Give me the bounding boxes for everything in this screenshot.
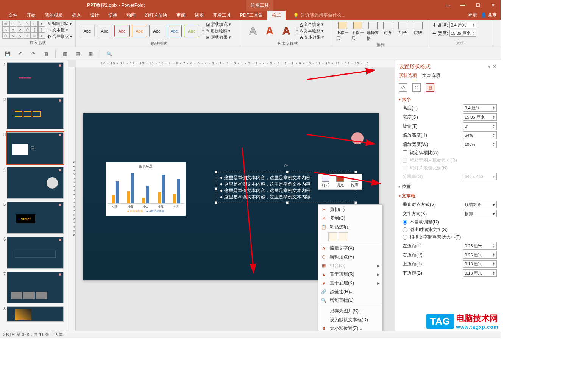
tab-view[interactable]: 视图 bbox=[190, 11, 208, 20]
ctx-cut[interactable]: ✂剪切(T) bbox=[318, 205, 382, 214]
pane-margin-right[interactable]: 0.25 厘米▲▼ bbox=[463, 251, 497, 259]
redo-icon[interactable]: ↷ bbox=[30, 50, 37, 58]
chart-object[interactable]: 图表标题 小张小赵小王小赵小孙 11月销售额当前总销售额 bbox=[106, 162, 186, 216]
pane-textdir-select[interactable]: 横排▾ bbox=[463, 210, 497, 217]
qat-btn-6[interactable]: ▤ bbox=[74, 50, 81, 58]
shape-outline-button[interactable]: ✎ 形状轮廓 ▾ bbox=[206, 28, 231, 34]
pane-valign-select[interactable]: 顶端对齐▾ bbox=[463, 201, 497, 208]
pane-scale-h-input[interactable]: 64%▲▼ bbox=[463, 131, 497, 139]
ctx-set-default[interactable]: 设为默认文本框(D) bbox=[318, 315, 382, 324]
pane-section-position[interactable]: 位置 bbox=[399, 183, 497, 190]
shape-gallery[interactable]: ▭▢＼＼◻▾ △◇↗⬠{} ⬡∿↘☆⬭▾ bbox=[2, 21, 45, 39]
tab-transitions[interactable]: 切换 bbox=[104, 11, 122, 20]
slide-editor[interactable]: 16 · 15 · 14 · 13 · 12 · 11 · 10 · 9 · 8… bbox=[68, 60, 395, 331]
group-button[interactable]: 组合 bbox=[396, 22, 409, 36]
ctx-edit-points[interactable]: ⬡编辑顶点(E) bbox=[318, 253, 382, 261]
tab-insert[interactable]: 插入 bbox=[67, 11, 86, 20]
ctx-bring-front[interactable]: ▲置于顶层(R)▶ bbox=[318, 270, 382, 279]
pane-section-textbox[interactable]: 文本框 bbox=[399, 193, 497, 199]
tab-animations[interactable]: 动画 bbox=[122, 11, 140, 20]
format-shape-pane[interactable]: 设置形状格式▾ ✕ 形状选项 文本选项 ◇ ⬠ ▦ 大小 高度(E)3.4 厘米… bbox=[395, 60, 501, 331]
pane-width-input[interactable]: 15.05 厘米▲▼ bbox=[463, 113, 497, 121]
text-effects-button[interactable]: A 文本效果 ▾ bbox=[300, 34, 324, 40]
maximize-icon[interactable]: ☐ bbox=[470, 0, 485, 11]
rotation-handle-icon[interactable]: ⟳ bbox=[284, 163, 288, 169]
ctx-send-back[interactable]: ▼置于底层(K)▶ bbox=[318, 279, 382, 287]
ctx-copy[interactable]: ⎘复制(C) bbox=[318, 214, 382, 223]
tab-design[interactable]: 设计 bbox=[86, 11, 104, 20]
contextual-tab-drawing-tools[interactable]: 绘图工具 bbox=[246, 0, 273, 11]
height-input[interactable]: 3.4 厘米▲▼ bbox=[449, 22, 476, 28]
pane-autofit-resize[interactable]: 根据文字调整形状大小(F) bbox=[399, 234, 497, 241]
pane-margin-left[interactable]: 0.25 厘米▲▼ bbox=[463, 242, 497, 250]
pane-autofit-none[interactable]: 不自动调整(D) bbox=[399, 219, 497, 225]
ctx-hyperlink[interactable]: 🔗超链接(H)... bbox=[318, 287, 382, 296]
slide-thumb-5[interactable]: ε=mc² bbox=[7, 202, 64, 234]
tab-file[interactable]: 文件 bbox=[4, 11, 22, 20]
mini-style-button[interactable]: 样式 bbox=[320, 176, 331, 188]
tab-format[interactable]: 格式 bbox=[267, 11, 286, 20]
shape-fill-button[interactable]: ◪ 形状填充 ▾ bbox=[206, 22, 231, 27]
wordart-gallery[interactable]: A A A ▴▾▾ bbox=[245, 23, 299, 39]
align-button[interactable]: 对齐 bbox=[381, 22, 394, 36]
pane-margin-top[interactable]: 0.13 厘米▲▼ bbox=[463, 260, 497, 268]
pane-height-input[interactable]: 3.4 厘米▲▼ bbox=[463, 104, 497, 112]
ribbon-options-icon[interactable]: ▭ bbox=[440, 0, 455, 11]
shape-style-gallery[interactable]: Abc Abc Abc Abc Abc Abc Abc ▴▾▾ bbox=[78, 23, 205, 39]
qat-btn-4[interactable]: ▦ bbox=[42, 50, 50, 58]
tab-slideshow[interactable]: 幻灯片放映 bbox=[140, 11, 172, 20]
pane-close-icon[interactable]: ▾ ✕ bbox=[488, 63, 497, 70]
text-box-button[interactable]: ▭ 文本框 ▾ bbox=[47, 27, 72, 33]
share-button[interactable]: 👤 共享 bbox=[481, 12, 497, 19]
pane-section-size[interactable]: 大小 bbox=[399, 96, 497, 103]
tab-pdf[interactable]: PDF工具集 bbox=[236, 11, 267, 20]
pane-tab-shape[interactable]: 形状选项 bbox=[399, 72, 417, 80]
send-backward-button[interactable]: 下移一层 bbox=[351, 22, 364, 41]
undo-icon[interactable]: ↶ bbox=[17, 50, 24, 58]
qat-btn-5[interactable]: ▥ bbox=[61, 50, 69, 58]
tell-me-search[interactable]: 💡 告诉我您想要做什么... bbox=[293, 12, 345, 19]
qat-btn-8[interactable]: 🔍 bbox=[105, 50, 113, 58]
pane-margin-bottom[interactable]: 0.13 厘米▲▼ bbox=[463, 269, 497, 277]
text-fill-button[interactable]: A 文本填充 ▾ bbox=[300, 22, 324, 27]
pane-icon-fill[interactable]: ◇ bbox=[399, 83, 407, 92]
tab-templates[interactable]: 我的模板 bbox=[40, 11, 67, 20]
slide-thumb-7[interactable] bbox=[7, 272, 64, 303]
edit-shape-button[interactable]: ✎ 编辑形状 ▾ bbox=[47, 21, 72, 27]
pane-icon-size[interactable]: ▦ bbox=[426, 83, 434, 92]
merge-shapes-button[interactable]: ◐ 合并形状 ▾ bbox=[47, 34, 72, 39]
tab-home[interactable]: 开始 bbox=[22, 11, 40, 20]
login-link[interactable]: 登录 bbox=[468, 12, 477, 19]
pane-rotation-input[interactable]: 0°▲▼ bbox=[463, 122, 497, 130]
pane-scale-w-input[interactable]: 100%▲▼ bbox=[463, 141, 497, 148]
tab-developer[interactable]: 开发工具 bbox=[208, 11, 236, 20]
slide-thumb-3[interactable]: ▪▪▪▪▪▪▪▪▪▪▪▪▪▪▪▪▪▪ bbox=[7, 132, 64, 164]
text-outline-button[interactable]: A 文本轮廓 ▾ bbox=[300, 28, 324, 34]
pane-tab-text[interactable]: 文本选项 bbox=[422, 72, 440, 80]
tab-review[interactable]: 审阅 bbox=[172, 11, 190, 20]
mini-fill-button[interactable]: 填充 bbox=[334, 176, 346, 188]
slide-thumb-6[interactable] bbox=[7, 237, 64, 269]
ctx-size-position[interactable]: ⬍大小和位置(Z)... bbox=[318, 324, 382, 331]
shape-effects-button[interactable]: ◉ 形状效果 ▾ bbox=[206, 34, 231, 40]
bring-forward-button[interactable]: 上移一层 bbox=[336, 22, 349, 41]
ctx-edit-text[interactable]: A编辑文字(X) bbox=[318, 244, 382, 253]
slide-thumb-8[interactable] bbox=[7, 306, 64, 322]
ctx-save-picture[interactable]: 另存为图片(S)... bbox=[318, 307, 382, 315]
ctx-smart-lookup[interactable]: 🔍智能查找(L) bbox=[318, 296, 382, 305]
close-icon[interactable]: ✕ bbox=[485, 0, 501, 11]
save-icon[interactable]: 💾 bbox=[4, 50, 11, 58]
width-input[interactable]: 15.05 厘米▲▼ bbox=[449, 30, 476, 37]
slide-thumb-1[interactable]: ■■■■■■■■ bbox=[7, 62, 64, 94]
rotate-button[interactable]: 旋转 bbox=[412, 22, 424, 36]
qat-btn-7[interactable]: ▦ bbox=[87, 50, 94, 58]
slide-thumbnails-pane[interactable]: 1■■■■■■■■ 2 3▪▪▪▪▪▪▪▪▪▪▪▪▪▪▪▪▪▪ 4 5ε=mc²… bbox=[0, 60, 68, 331]
pane-lock-aspect[interactable]: 锁定纵横比(A) bbox=[399, 150, 497, 156]
mini-outline-button[interactable]: 轮廓 bbox=[349, 176, 360, 188]
pane-autofit-shrink[interactable]: 溢出时缩排文字(S) bbox=[399, 226, 497, 233]
minimize-icon[interactable]: — bbox=[455, 0, 470, 11]
selection-pane-button[interactable]: 选择窗格 bbox=[367, 22, 379, 41]
slide-thumb-4[interactable] bbox=[7, 167, 64, 199]
slide-thumb-2[interactable] bbox=[7, 97, 64, 129]
pane-icon-effects[interactable]: ⬠ bbox=[412, 83, 421, 92]
